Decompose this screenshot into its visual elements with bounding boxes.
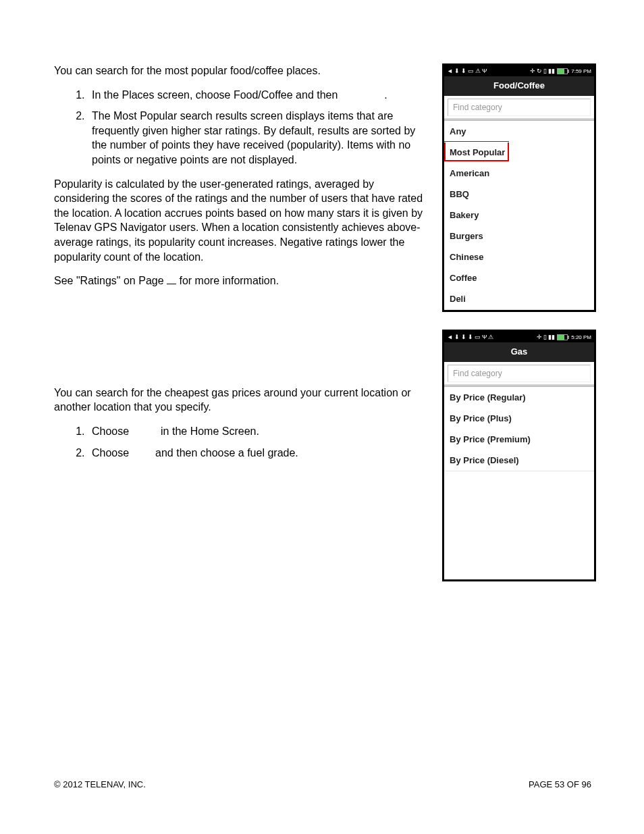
empty-space [444, 471, 594, 579]
step-1-food-pre: In the Places screen, choose Food/Coffee… [92, 89, 341, 101]
step-1-food-post: . [384, 89, 387, 101]
warning-icon: ⚠ [475, 68, 481, 74]
status-right-icons: ✛ ↻ ▯ ▮▮ 7:59 PM [530, 68, 591, 74]
list-item[interactable]: Bakery [444, 205, 594, 226]
download3-icon: ⬇ [468, 334, 473, 340]
volume-icon: ◄ [447, 68, 453, 74]
signal-icon: ▮▮ [548, 68, 555, 74]
body-text-column: You can search for the most popular food… [54, 63, 429, 599]
download-icon: ⬇ [454, 68, 460, 74]
step-1-food: In the Places screen, choose Food/Coffee… [88, 88, 429, 103]
picture-icon: ▭ [468, 68, 474, 74]
see-ratings-pre: See "Ratings" on Page [54, 275, 167, 286]
usb-icon: Ψ [482, 334, 487, 340]
screenshots-column: ◄ ⬇ ⬇ ▭ ⚠ Ψ ✛ ↻ ▯ ▮▮ 7:59 PM [442, 63, 596, 599]
list-item[interactable]: By Price (Regular) [444, 388, 594, 409]
picture-icon: ▭ [475, 334, 481, 340]
see-ratings-post: for more information. [176, 275, 279, 286]
network-icon: ▯ [543, 334, 547, 340]
status-time: 5:20 PM [571, 334, 591, 340]
signal-icon: ▮▮ [548, 334, 555, 340]
battery-icon [557, 334, 568, 340]
category-list-gas: By Price (Regular)By Price (Plus)By Pric… [444, 388, 594, 471]
warning-icon: ⚠ [488, 334, 493, 340]
list-item[interactable]: By Price (Premium) [444, 429, 594, 450]
list-item[interactable]: Burgers [444, 226, 594, 247]
step-2-gas-pre: Choose [92, 447, 132, 459]
status-time: 7:59 PM [571, 68, 591, 74]
page-blank-underline [167, 284, 176, 284]
list-item[interactable]: Coffee [444, 268, 594, 289]
statusbar-gas: ◄ ⬇ ⬇ ⬇ ▭ Ψ ⚠ ✛ ▯ ▮▮ 5:20 PM [444, 332, 594, 342]
download-icon: ⬇ [454, 334, 460, 340]
step-1-gas: Choose in the Home Screen. [88, 424, 429, 439]
status-left-icons: ◄ ⬇ ⬇ ▭ ⚠ Ψ [447, 68, 487, 74]
phone-title-gas: Gas [444, 342, 594, 362]
page-footer: © 2012 TELENAV, INC. PAGE 53 OF 96 [54, 779, 591, 789]
network-icon: ▯ [543, 68, 547, 74]
list-item[interactable]: American [444, 163, 594, 184]
status-left-icons: ◄ ⬇ ⬇ ⬇ ▭ Ψ ⚠ [447, 334, 493, 340]
list-item[interactable]: BBQ [444, 184, 594, 205]
list-item[interactable]: By Price (Plus) [444, 409, 594, 429]
list-item[interactable]: Deli [444, 289, 594, 310]
content-columns: You can search for the most popular food… [54, 63, 591, 599]
battery-icon [557, 68, 568, 74]
step-2-food: The Most Popular search results screen d… [88, 109, 429, 167]
footer-copyright: © 2012 TELENAV, INC. [54, 779, 146, 789]
gps-icon: ✛ [537, 334, 542, 340]
phone-screenshot-food: ◄ ⬇ ⬇ ▭ ⚠ Ψ ✛ ↻ ▯ ▮▮ 7:59 PM [442, 63, 596, 312]
volume-icon: ◄ [447, 334, 453, 340]
search-input-gas[interactable]: Find category [448, 365, 591, 382]
status-right-icons: ✛ ▯ ▮▮ 5:20 PM [537, 334, 591, 340]
search-input-food[interactable]: Find category [448, 99, 591, 116]
footer-page-number: PAGE 53 OF 96 [529, 779, 591, 789]
paragraph-see-ratings: See "Ratings" on Page for more informati… [54, 273, 429, 288]
page: You can search for the most popular food… [0, 0, 644, 834]
steps-list-food: In the Places screen, choose Food/Coffee… [54, 88, 429, 167]
list-item[interactable]: Any [444, 122, 594, 142]
phone-screenshot-gas: ◄ ⬇ ⬇ ⬇ ▭ Ψ ⚠ ✛ ▯ ▮▮ 5:20 PM [442, 330, 596, 581]
usb-icon: Ψ [482, 68, 487, 74]
list-item[interactable]: Chinese [444, 247, 594, 268]
download2-icon: ⬇ [461, 334, 466, 340]
section-gap [54, 298, 429, 386]
steps-list-gas: Choose in the Home Screen. Choose and th… [54, 424, 429, 460]
step-2-gas-post: and then choose a fuel grade. [155, 447, 298, 459]
paragraph-popularity: Popularity is calculated by the user-gen… [54, 177, 429, 265]
list-item[interactable]: By Price (Diesel) [444, 450, 594, 471]
paragraph-intro-gas: You can search for the cheapest gas pric… [54, 386, 429, 415]
category-list-food: AnyMost PopularAmericanBBQBakeryBurgersC… [444, 122, 594, 310]
paragraph-intro-food: You can search for the most popular food… [54, 63, 429, 78]
step-1-gas-pre: Choose [92, 425, 132, 437]
step-2-gas: Choose and then choose a fuel grade. [88, 446, 429, 461]
gps-icon: ✛ [530, 68, 535, 74]
step-1-gas-post: in the Home Screen. [161, 425, 259, 437]
download2-icon: ⬇ [461, 68, 466, 74]
phone-title-food: Food/Coffee [444, 76, 594, 96]
statusbar-food: ◄ ⬇ ⬇ ▭ ⚠ Ψ ✛ ↻ ▯ ▮▮ 7:59 PM [444, 66, 594, 76]
sync-icon: ↻ [537, 68, 542, 74]
list-item[interactable]: Most Popular [444, 142, 594, 163]
